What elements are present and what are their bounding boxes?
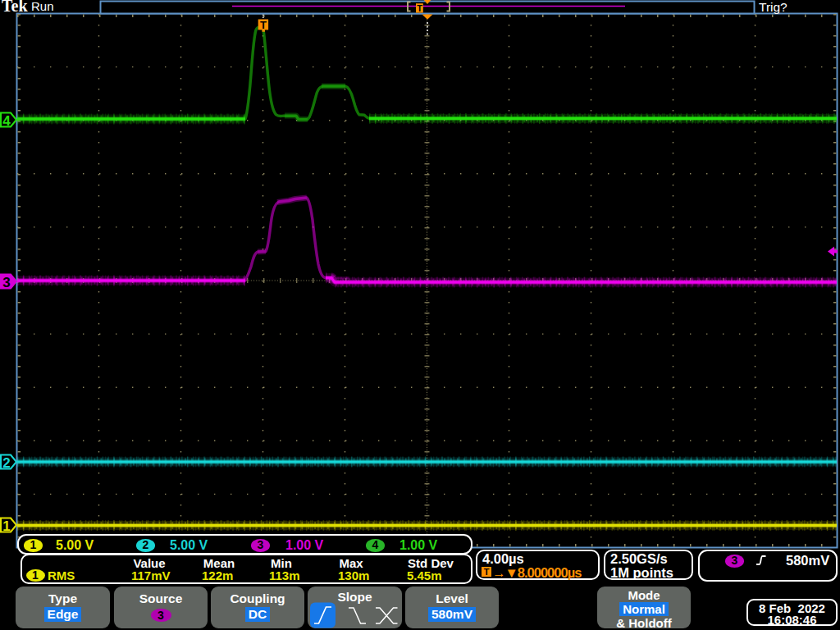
svg-text:Tek: Tek: [2, 0, 28, 15]
svg-text:1: 1: [2, 518, 10, 534]
svg-text:Run: Run: [31, 0, 54, 13]
svg-text:3: 3: [2, 275, 10, 290]
svg-text:4: 4: [2, 113, 11, 129]
svg-text:Trig?: Trig?: [759, 0, 788, 14]
svg-text:T: T: [417, 3, 422, 13]
svg-text:T: T: [260, 19, 267, 31]
svg-text:2: 2: [2, 455, 10, 471]
